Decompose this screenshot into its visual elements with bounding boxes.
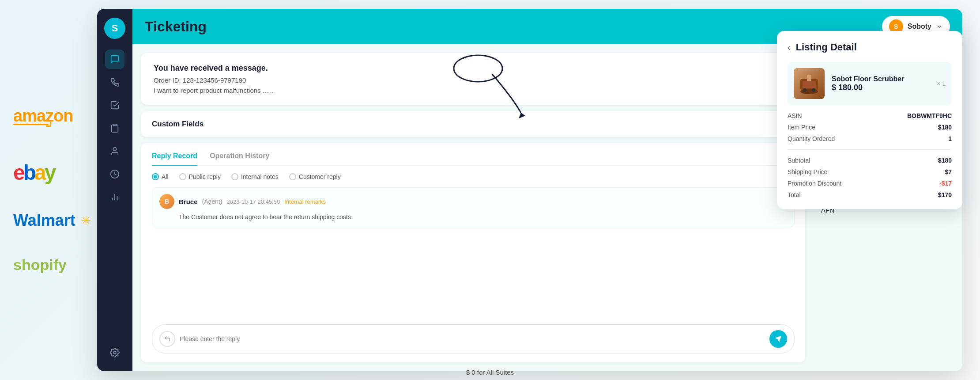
sidebar-item-settings[interactable]: [105, 343, 124, 362]
radio-all-circle: [152, 173, 159, 180]
sidebar-item-clock[interactable]: [105, 164, 124, 184]
subtotal-value: $180: [938, 157, 952, 164]
filter-internal[interactable]: Internal notes: [231, 173, 279, 180]
bottom-bar: $ 0 for All Suites: [0, 364, 980, 380]
reply-tabs: Reply Record Operation History: [152, 152, 795, 166]
item-price-value: $180: [938, 124, 952, 131]
sidebar-item-person[interactable]: [105, 141, 124, 161]
filter-internal-label: Internal notes: [241, 173, 279, 180]
back-button[interactable]: ‹: [788, 42, 791, 53]
listing-summary: Subtotal $180 Shipping Price $7 Promotio…: [788, 157, 952, 198]
reply-send-button[interactable]: [769, 330, 787, 348]
filter-customer[interactable]: Customer reply: [289, 173, 341, 180]
product-row: Sobot Floor Scrubber $ 180.00 × 1: [788, 62, 952, 105]
ebay-logo-text: ebay: [13, 160, 54, 185]
tab-operation-history[interactable]: Operation History: [210, 152, 269, 166]
user-name: Soboty: [908, 23, 931, 30]
amazon-logo-text: amazon: [13, 106, 73, 125]
listing-detail-panel: ‹ Listing Detail Sobot Floor Scrubber $ …: [777, 31, 962, 209]
walmart-logo-item: Walmart ✳: [13, 211, 102, 230]
radio-public-circle: [179, 173, 186, 180]
listing-header: ‹ Listing Detail: [788, 42, 952, 53]
message-entry: B Bruce (Agent) 2023-10-17 20:45:50 Inte…: [152, 187, 795, 227]
svg-point-6: [113, 351, 116, 354]
sidebar-avatar: S: [104, 18, 125, 39]
ticket-panel: You have received a message. Order ID: 1…: [141, 53, 805, 362]
message-body: I want to report product malfunctions ..…: [154, 87, 793, 94]
sidebar-item-chat[interactable]: [105, 49, 124, 69]
sidebar-item-chart[interactable]: [105, 187, 124, 207]
message-card: You have received a message. Order ID: 1…: [141, 53, 805, 105]
asin-label: ASIN: [788, 112, 802, 119]
total-label: Total: [788, 191, 801, 198]
shopify-logo-text: shopify: [13, 256, 67, 274]
sidebar: S: [97, 9, 132, 371]
shopify-logo-item: shopify: [13, 256, 102, 274]
filter-all-label: All: [162, 173, 169, 180]
entry-time: 2023-10-17 20:45:50: [226, 198, 280, 205]
custom-fields-label: Custom Fields: [152, 120, 204, 129]
subtotal-label: Subtotal: [788, 157, 810, 164]
reply-undo-button[interactable]: [159, 331, 175, 347]
svg-rect-12: [807, 75, 811, 81]
summary-subtotal: Subtotal $180: [788, 157, 952, 164]
entry-tag: Internal remarks: [284, 198, 326, 205]
svg-marker-8: [775, 336, 781, 342]
svg-rect-10: [803, 81, 816, 88]
svg-point-11: [800, 89, 818, 94]
product-info: Sobot Floor Scrubber $ 180.00: [832, 75, 930, 92]
svg-point-14: [812, 88, 815, 92]
summary-total: Total $170: [788, 191, 952, 198]
message-title: You have received a message.: [154, 64, 793, 73]
reply-input[interactable]: [180, 335, 765, 342]
detail-quantity: Quantity Ordered 1: [788, 135, 952, 142]
tab-reply-record[interactable]: Reply Record: [152, 152, 197, 166]
product-name: Sobot Floor Scrubber: [832, 75, 930, 83]
product-price: $ 180.00: [832, 83, 930, 92]
discount-value: -$17: [939, 180, 952, 187]
quantity-value: 1: [948, 135, 952, 142]
agent-role: (Agent): [202, 198, 222, 205]
filter-public[interactable]: Public reply: [179, 173, 221, 180]
filter-row: All Public reply Internal notes Cus: [152, 173, 795, 180]
sidebar-item-clipboard[interactable]: [105, 118, 124, 138]
amazon-logo-item: amazon: [13, 106, 102, 125]
entry-header: B Bruce (Agent) 2023-10-17 20:45:50 Inte…: [159, 194, 787, 209]
reply-card: Reply Record Operation History All Publi…: [141, 143, 805, 362]
svg-point-13: [803, 88, 807, 92]
shipping-value: $7: [945, 168, 952, 175]
marketplace-logos: amazon ebay Walmart ✳ shopify: [0, 0, 102, 380]
filter-all[interactable]: All: [152, 173, 169, 180]
product-qty: × 1: [937, 80, 946, 87]
filter-public-label: Public reply: [189, 173, 221, 180]
sidebar-item-phone[interactable]: [105, 72, 124, 92]
walmart-logo-text: Walmart: [13, 211, 75, 230]
entry-body: The Customer does not agree to bear the …: [159, 213, 787, 220]
entry-meta: B Bruce (Agent) 2023-10-17 20:45:50 Inte…: [159, 194, 326, 209]
detail-asin: ASIN BOBWMTF9HC: [788, 112, 952, 119]
summary-shipping: Shipping Price $7: [788, 168, 952, 175]
asin-value: BOBWMTF9HC: [907, 112, 952, 119]
item-price-label: Item Price: [788, 124, 815, 131]
shipping-label: Shipping Price: [788, 168, 827, 175]
radio-internal-circle: [231, 173, 238, 180]
listing-title: Listing Detail: [796, 42, 857, 53]
listing-details: ASIN BOBWMTF9HC Item Price $180 Quantity…: [788, 112, 952, 150]
reply-input-area: [152, 324, 795, 353]
filter-customer-label: Customer reply: [299, 173, 341, 180]
svg-point-1: [113, 148, 116, 151]
svg-rect-0: [113, 124, 116, 126]
ebay-logo-item: ebay: [13, 160, 102, 185]
agent-avatar: B: [159, 194, 174, 209]
message-order-id: Order ID: 123-123456-9797190: [154, 76, 793, 84]
bottom-bar-text: $ 0 for All Suites: [466, 369, 514, 376]
summary-discount: Promotion Discount -$17: [788, 180, 952, 187]
discount-label: Promotion Discount: [788, 180, 841, 187]
sidebar-item-task[interactable]: [105, 95, 124, 115]
total-value: $170: [938, 191, 952, 198]
radio-customer-circle: [289, 173, 296, 180]
product-image: [794, 68, 825, 99]
page-title: Ticketing: [145, 19, 207, 35]
quantity-label: Quantity Ordered: [788, 135, 835, 142]
chevron-down-icon: [936, 23, 943, 30]
